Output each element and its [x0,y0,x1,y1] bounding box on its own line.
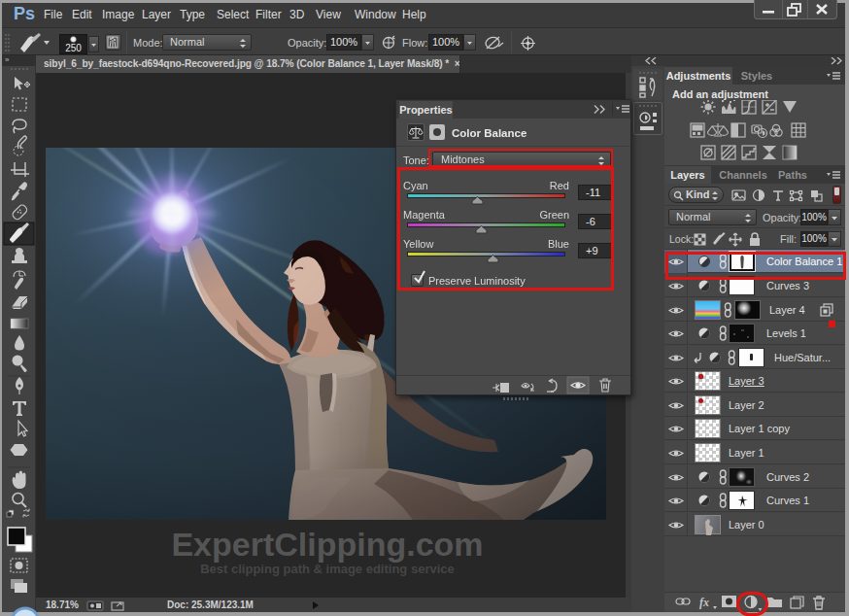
svg-text:fx: fx [699,596,709,609]
